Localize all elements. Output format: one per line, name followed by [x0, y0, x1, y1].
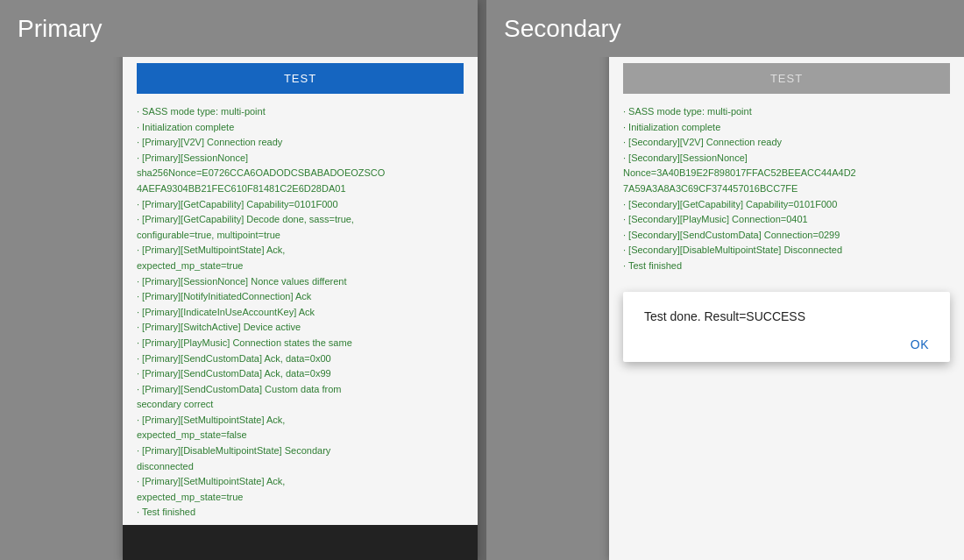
left-panel: Primary ✕ Message Stream Verification TE…: [0, 0, 478, 560]
left-log-area: · SASS mode type: multi-point · Initiali…: [137, 104, 464, 521]
right-panel: Secondary ✕ Message Stream Verification …: [486, 0, 964, 560]
result-dialog: Test done. Result=SUCCESS OK: [623, 292, 950, 362]
right-panel-label: Secondary: [486, 0, 964, 57]
left-test-button[interactable]: TEST: [137, 63, 464, 94]
right-dialog-body: TEST · SASS mode type: multi-point · Ini…: [609, 49, 964, 560]
right-test-button: TEST: [623, 63, 950, 94]
right-dialog-card: ✕ Message Stream Verification TEST · SAS…: [609, 0, 964, 560]
left-dialog-card: ✕ Message Stream Verification TEST · SAS…: [123, 0, 478, 560]
right-panel-title: Secondary: [504, 15, 621, 43]
panel-divider: [478, 0, 486, 560]
left-panel-label: Primary: [0, 0, 478, 57]
right-log-area: · SASS mode type: multi-point · Initiali…: [623, 104, 950, 274]
result-ok-button[interactable]: OK: [644, 337, 929, 351]
result-text: Test done. Result=SUCCESS: [644, 309, 929, 323]
left-panel-title: Primary: [18, 15, 102, 43]
left-dialog-body: TEST · SASS mode type: multi-point · Ini…: [123, 49, 478, 525]
left-bottom-bar: [123, 525, 478, 560]
